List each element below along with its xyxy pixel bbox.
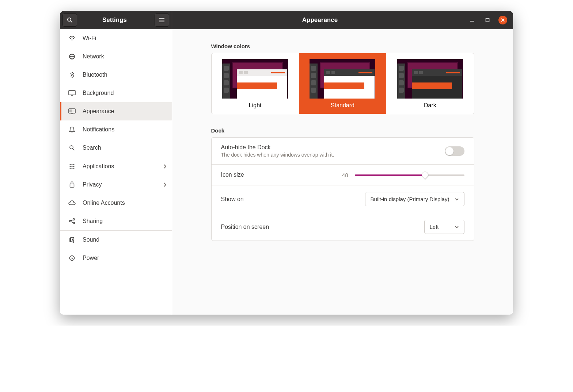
applications-icon xyxy=(68,164,76,169)
sidebar-item-label: Sharing xyxy=(83,218,103,224)
theme-option-dark[interactable]: Dark xyxy=(386,53,474,114)
bell-icon xyxy=(68,126,76,133)
svg-point-30 xyxy=(73,219,75,220)
sidebar-item-label: Privacy xyxy=(83,181,102,188)
sidebar-item-search[interactable]: Search xyxy=(60,139,172,157)
sidebar-item-privacy[interactable]: Privacy xyxy=(60,176,172,194)
sidebar-item-label: Wi-Fi xyxy=(83,35,96,42)
sidebar-item-label: Network xyxy=(83,53,104,60)
sidebar-item-background[interactable]: Background xyxy=(60,84,172,102)
show-on-label: Show on xyxy=(221,196,244,203)
section-dock: Dock Auto-hide the Dock The dock hides w… xyxy=(211,127,474,241)
position-label: Position on screen xyxy=(221,224,269,230)
svg-point-20 xyxy=(70,164,71,165)
theme-option-standard[interactable]: Standard xyxy=(299,53,386,114)
svg-line-1 xyxy=(71,21,72,22)
theme-label: Dark xyxy=(424,102,436,109)
sidebar-item-label: Applications xyxy=(83,163,114,170)
autohide-switch[interactable] xyxy=(445,146,464,156)
sidebar-item-sound[interactable]: Sound xyxy=(60,231,172,249)
sidebar-item-label: Background xyxy=(83,90,114,96)
hamburger-button[interactable] xyxy=(155,14,169,27)
bluetooth-icon xyxy=(68,72,76,78)
sidebar-item-wifi[interactable]: Wi-Fi xyxy=(60,29,172,47)
sidebar[interactable]: Wi-Fi Network Bluetooth Background Appea… xyxy=(60,29,172,315)
theme-option-light[interactable]: Light xyxy=(212,53,299,114)
chevron-down-icon xyxy=(455,198,459,201)
window-body: Wi-Fi Network Bluetooth Background Appea… xyxy=(60,29,513,315)
svg-point-9 xyxy=(72,39,73,41)
row-position: Position on screen Left xyxy=(212,213,474,241)
svg-line-34 xyxy=(71,222,73,223)
svg-point-26 xyxy=(70,168,71,169)
theme-selector: Light Standard xyxy=(211,53,474,114)
svg-point-27 xyxy=(72,168,73,169)
close-button[interactable] xyxy=(498,16,507,24)
network-icon xyxy=(68,53,76,60)
sidebar-item-label: Online Accounts xyxy=(83,200,125,206)
theme-label: Light xyxy=(249,102,262,109)
sidebar-item-label: Bluetooth xyxy=(83,72,107,78)
svg-line-19 xyxy=(73,149,74,150)
hamburger-icon xyxy=(159,18,165,23)
sidebar-item-label: Power xyxy=(83,255,99,261)
lock-icon xyxy=(68,181,76,188)
sidebar-item-applications[interactable]: Applications xyxy=(60,157,172,176)
show-on-value: Built-in display (Primary Display) xyxy=(371,196,449,202)
minimize-button[interactable] xyxy=(468,16,477,24)
svg-rect-29 xyxy=(70,184,74,187)
search-icon xyxy=(67,17,73,23)
theme-thumbnail-light xyxy=(222,59,288,99)
row-icon-size: Icon size 48 xyxy=(212,164,474,185)
icon-size-slider[interactable] xyxy=(355,171,464,178)
sidebar-item-network[interactable]: Network xyxy=(60,47,172,66)
svg-point-28 xyxy=(73,168,75,169)
close-icon xyxy=(501,18,505,22)
page-title: Appearance xyxy=(172,16,468,24)
maximize-button[interactable] xyxy=(483,16,492,24)
autohide-sub: The dock hides when any windows overlap … xyxy=(221,152,334,158)
sidebar-item-label: Appearance xyxy=(83,108,114,115)
appearance-icon xyxy=(68,108,76,114)
svg-point-21 xyxy=(72,164,73,165)
sidebar-item-sharing[interactable]: Sharing xyxy=(60,212,172,230)
search-button[interactable] xyxy=(62,14,77,27)
sidebar-item-label: Sound xyxy=(83,237,99,243)
sound-icon xyxy=(68,237,76,243)
sidebar-item-power[interactable]: Power xyxy=(60,249,172,267)
icon-size-value: 48 xyxy=(338,172,348,178)
sidebar-item-appearance[interactable]: Appearance xyxy=(60,102,172,120)
sidebar-item-bluetooth[interactable]: Bluetooth xyxy=(60,66,172,84)
background-icon xyxy=(68,90,76,96)
minimize-icon xyxy=(470,18,474,22)
main-content: Window colors Light xyxy=(172,29,513,315)
search-icon xyxy=(68,145,76,151)
svg-point-25 xyxy=(73,166,75,167)
theme-thumbnail-dark xyxy=(397,59,463,99)
svg-point-22 xyxy=(73,164,75,165)
power-icon xyxy=(68,255,76,261)
autohide-label: Auto-hide the Dock xyxy=(221,144,334,151)
sidebar-item-online-accounts[interactable]: Online Accounts xyxy=(60,194,172,212)
titlebar-left: Settings xyxy=(60,11,172,29)
sidebar-item-label: Notifications xyxy=(83,126,114,133)
theme-label: Standard xyxy=(331,102,354,109)
chevron-right-icon xyxy=(163,182,167,187)
svg-line-33 xyxy=(71,220,73,221)
section-window-colors: Window colors Light xyxy=(211,43,474,114)
titlebar: Settings Appearance xyxy=(60,11,513,29)
icon-size-label: Icon size xyxy=(221,172,244,178)
cloud-icon xyxy=(68,200,76,205)
theme-thumbnail-standard xyxy=(310,59,375,99)
section-title: Dock xyxy=(211,127,474,134)
wifi-icon xyxy=(68,35,76,42)
chevron-right-icon xyxy=(163,164,167,169)
sidebar-title: Settings xyxy=(77,16,152,24)
show-on-select[interactable]: Built-in display (Primary Display) xyxy=(365,192,464,206)
svg-rect-6 xyxy=(486,19,489,22)
position-select[interactable]: Left xyxy=(424,220,464,234)
sidebar-item-notifications[interactable]: Notifications xyxy=(60,120,172,139)
dock-panel: Auto-hide the Dock The dock hides when a… xyxy=(211,137,474,241)
window-controls xyxy=(468,16,513,24)
row-show-on: Show on Built-in display (Primary Displa… xyxy=(212,185,474,213)
